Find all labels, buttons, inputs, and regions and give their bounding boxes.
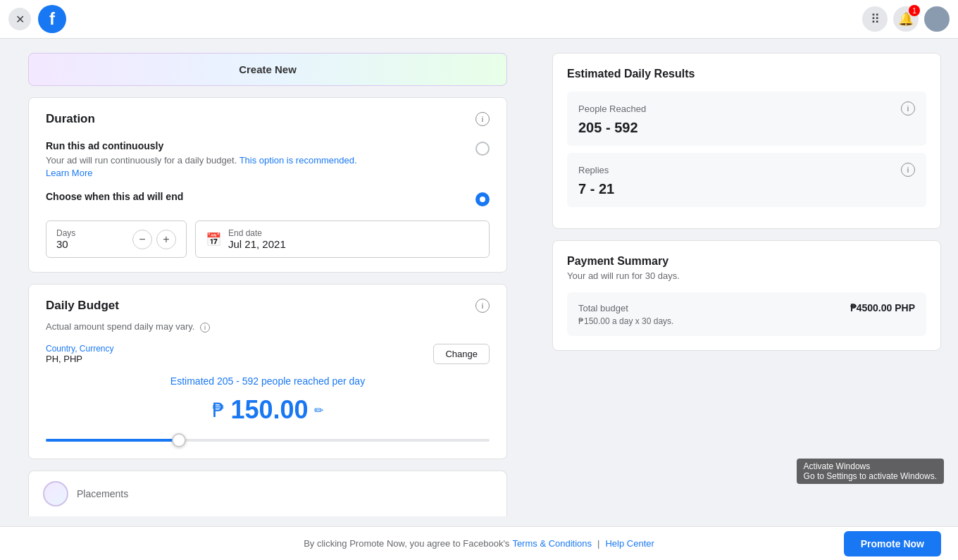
radio-end-date[interactable] bbox=[475, 192, 490, 206]
bottom-prefix: By clicking Promote Now, you agree to Fa… bbox=[304, 538, 509, 549]
people-reached-info-icon[interactable]: i bbox=[901, 101, 915, 116]
learn-more-link[interactable]: Learn More bbox=[46, 168, 92, 178]
country-currency-info: Country, Currency PH, PHP bbox=[46, 344, 113, 364]
grid-icon-button[interactable]: ⠿ bbox=[862, 6, 888, 32]
duration-section: Duration i Run this ad continuously Your… bbox=[28, 97, 507, 273]
days-label: Days bbox=[56, 228, 75, 238]
run-continuously-option: Run this ad continuously Your ad will ru… bbox=[46, 135, 490, 185]
replies-header: Replies i bbox=[578, 163, 915, 177]
duration-header: Duration i bbox=[46, 112, 490, 126]
budget-info-icon[interactable]: i bbox=[475, 299, 490, 313]
slider-thumb[interactable] bbox=[172, 433, 186, 447]
results-card: Estimated Daily Results People Reached i… bbox=[552, 53, 941, 229]
topbar-right: ⠿ 🔔 1 bbox=[862, 6, 950, 32]
days-value: 30 bbox=[56, 238, 75, 250]
country-currency-label: Country, Currency bbox=[46, 344, 113, 354]
topbar: ✕ f ⠿ 🔔 1 bbox=[0, 0, 958, 39]
promote-now-button[interactable]: Promote Now bbox=[844, 531, 941, 556]
change-button[interactable]: Change bbox=[433, 344, 490, 364]
calendar-icon: 📅 bbox=[206, 232, 221, 247]
replies-box: Replies i 7 - 21 bbox=[567, 153, 926, 207]
budget-desc: Actual amount spend daily may vary. i bbox=[46, 321, 490, 332]
budget-desc-info[interactable]: i bbox=[200, 323, 210, 332]
edit-budget-icon[interactable]: ✏ bbox=[314, 404, 323, 417]
duration-title: Duration bbox=[46, 112, 95, 126]
daily-budget-section: Daily Budget i Actual amount spend daily… bbox=[28, 284, 507, 459]
placements-icon bbox=[43, 481, 68, 506]
payment-desc: Your ad will run for 30 days. bbox=[567, 270, 926, 281]
activate-windows-overlay: Activate Windows Go to Settings to activ… bbox=[797, 459, 944, 484]
choose-end-label: Choose when this ad will end bbox=[46, 191, 475, 202]
replies-label: Replies bbox=[578, 165, 609, 175]
placements-strip: Placements bbox=[28, 471, 507, 516]
help-center-link[interactable]: Help Center bbox=[605, 538, 654, 549]
decrease-days-button[interactable]: − bbox=[132, 230, 152, 249]
activate-line1: Activate Windows bbox=[804, 461, 937, 471]
end-date-content: End date Jul 21, 2021 bbox=[228, 228, 286, 250]
right-panel: Estimated Daily Results People Reached i… bbox=[535, 39, 958, 526]
avatar[interactable] bbox=[924, 6, 950, 32]
total-sub: ₱150.00 a day x 30 days. bbox=[578, 316, 915, 326]
end-date-label: End date bbox=[228, 228, 286, 238]
country-currency-row: Country, Currency PH, PHP Change bbox=[46, 344, 490, 364]
duration-fields: Days 30 − + 📅 End date Jul 21, 2021 bbox=[46, 220, 490, 258]
placements-label: Placements bbox=[77, 488, 128, 499]
total-label: Total budget bbox=[578, 303, 628, 313]
total-budget-row: Total budget ₱4500.00 PHP ₱150.00 a day … bbox=[567, 292, 926, 336]
budget-title: Daily Budget bbox=[46, 299, 119, 313]
people-reached-box: People Reached i 205 - 592 bbox=[567, 92, 926, 146]
increase-days-button[interactable]: + bbox=[156, 230, 176, 249]
slider-fill bbox=[46, 439, 179, 442]
days-controls: − + bbox=[132, 230, 176, 249]
end-date-field[interactable]: 📅 End date Jul 21, 2021 bbox=[195, 220, 490, 258]
duration-info-icon[interactable]: i bbox=[475, 112, 490, 126]
choose-end-date-option: Choose when this ad will end bbox=[46, 185, 490, 212]
create-new-button[interactable]: Create New bbox=[28, 53, 507, 86]
estimated-reach: Estimated 205 - 592 people reached per d… bbox=[46, 375, 490, 387]
notification-badge: 1 bbox=[909, 5, 920, 16]
budget-header: Daily Budget i bbox=[46, 299, 490, 313]
radio-continuously[interactable] bbox=[475, 142, 490, 156]
notification-button[interactable]: 🔔 1 bbox=[893, 6, 919, 32]
payment-title: Payment Summary bbox=[567, 255, 926, 268]
country-currency-value: PH, PHP bbox=[46, 354, 113, 364]
budget-desc-text: Actual amount spend daily may vary. bbox=[46, 321, 194, 332]
budget-amount-row: ₱ 150.00 ✏ bbox=[46, 395, 490, 425]
run-continuously-content: Run this ad continuously Your ad will ru… bbox=[46, 140, 475, 180]
run-continuously-label: Run this ad continuously bbox=[46, 140, 475, 151]
choose-end-date-content: Choose when this ad will end bbox=[46, 191, 475, 205]
activate-line2: Go to Settings to activate Windows. bbox=[804, 471, 937, 481]
end-date-value: Jul 21, 2021 bbox=[228, 238, 286, 250]
total-row-top: Total budget ₱4500.00 PHP bbox=[578, 302, 915, 313]
results-title: Estimated Daily Results bbox=[567, 68, 926, 80]
people-reached-value: 205 - 592 bbox=[578, 120, 915, 136]
close-button[interactable]: ✕ bbox=[8, 8, 31, 30]
terms-conditions-link[interactable]: Terms & Conditions bbox=[512, 538, 592, 549]
budget-amount: 150.00 bbox=[230, 395, 308, 425]
peso-symbol: ₱ bbox=[212, 399, 225, 422]
slider-track bbox=[46, 439, 490, 442]
bottom-bar: By clicking Promote Now, you agree to Fa… bbox=[0, 526, 958, 560]
people-reached-label: People Reached bbox=[578, 104, 646, 114]
grid-icon: ⠿ bbox=[871, 11, 880, 27]
total-amount: ₱4500.00 PHP bbox=[850, 302, 915, 313]
facebook-logo: f bbox=[38, 5, 66, 33]
replies-value: 7 - 21 bbox=[578, 181, 915, 197]
replies-info-icon[interactable]: i bbox=[901, 163, 915, 177]
budget-slider[interactable] bbox=[46, 436, 490, 444]
payment-card: Payment Summary Your ad will run for 30 … bbox=[552, 240, 941, 351]
days-field: Days 30 − + bbox=[46, 220, 187, 258]
main-content: Create New Duration i Run this ad contin… bbox=[0, 39, 958, 526]
days-content: Days 30 bbox=[56, 228, 75, 250]
run-continuously-desc: Your ad will run continuously for a dail… bbox=[46, 154, 475, 180]
option1-desc-text: Your ad will run continuously for a dail… bbox=[46, 155, 237, 166]
people-reached-header: People Reached i bbox=[578, 101, 915, 116]
left-panel: Create New Duration i Run this ad contin… bbox=[0, 39, 535, 526]
topbar-left: ✕ f bbox=[8, 5, 66, 33]
recommended-text: This option is recommended. bbox=[240, 155, 357, 166]
bottom-separator: | bbox=[595, 538, 602, 549]
